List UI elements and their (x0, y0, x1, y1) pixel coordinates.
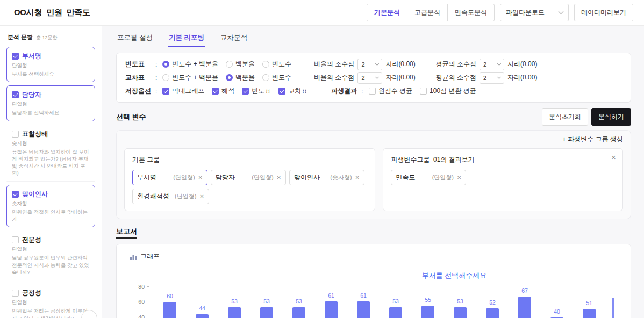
item-desc: 담당 공무원분이 업무와 관련하여 전문적인 지식과 능력을 갖고 있었습니까? (12, 254, 90, 276)
variable-chip-department[interactable]: 부서명 (단일형) ✕ (132, 170, 207, 185)
nav-tab-satisfaction-analysis[interactable]: 만족도분석 (447, 4, 494, 21)
close-icon[interactable]: ✕ (611, 154, 616, 161)
sidebar-item-fairness[interactable]: 공정성 단일형 민원업무 처리는 공정하게 이루어지고 있다고 생각하십니까? (6, 284, 95, 318)
bar: 53 (389, 298, 403, 318)
remove-icon[interactable]: ✕ (355, 175, 360, 180)
mean-decimal-select[interactable]: 2 (480, 59, 504, 70)
file-download-dropdown[interactable]: 파일다운로드 (500, 4, 569, 21)
chip-label: 담당자 (216, 173, 235, 182)
radio-count[interactable]: 빈도수 (262, 73, 291, 82)
bar: 53 (260, 298, 274, 318)
checkbox-icon[interactable] (12, 53, 19, 60)
radio-count-percent[interactable]: 빈도수 + 백분율 (162, 60, 218, 69)
radio-icon (226, 61, 233, 68)
nav-tab-basic-analysis[interactable]: 기본분석 (367, 4, 407, 21)
colon: : (155, 74, 157, 82)
ratio-decimal-select[interactable]: 2 (357, 72, 382, 84)
radio-icon (226, 74, 233, 81)
sidebar-item-staff[interactable]: 담당자 단일형 담당자를 선택하세요 (6, 85, 95, 121)
radio-count[interactable]: 빈도수 (262, 60, 291, 69)
nav-tab-advanced-analysis[interactable]: 고급분석 (407, 4, 447, 21)
checkbox-icon[interactable] (12, 191, 19, 198)
remove-icon[interactable]: ✕ (199, 193, 204, 199)
checkbox-cross-table[interactable]: 교차표 (278, 86, 307, 96)
remove-icon[interactable]: ✕ (457, 175, 461, 180)
mean-decimal-select[interactable]: 2 (480, 72, 504, 84)
header-actions: 기본분석 고급분석 만족도분석 파일다운로드 데이터미리보기 (367, 4, 633, 21)
variable-chip-greeting[interactable]: 맞이인사 (숫자형) ✕ (289, 170, 364, 185)
select-value: 2 (361, 61, 364, 68)
checkbox-icon[interactable] (12, 131, 19, 138)
item-label: 부서명 (22, 52, 41, 61)
variable-chip-satisfaction[interactable]: 만족도 (단일형) ✕ (391, 170, 466, 185)
sidebar-item-department[interactable]: 부서명 단일형 부서를 선택하세요 (6, 47, 95, 82)
radio-percent[interactable]: 백분율 (226, 73, 255, 82)
radio-percent[interactable]: 백분율 (226, 60, 255, 69)
sidebar-item-nameplate[interactable]: 표찰상태 숫자형 표찰은 담당자와 일치하여 잘 보이게 비치되고 있는가? (… (6, 125, 95, 182)
derived-group-card: 파생변수그룹_01의 결과보기 ✕ 만족도 (단일형) ✕ (383, 148, 623, 211)
chevron-down-icon (497, 62, 501, 66)
item-type: 숫자형 (12, 200, 90, 207)
checkbox-icon[interactable] (12, 91, 19, 98)
checkbox-bar-chart[interactable]: 막대그래프 (162, 86, 204, 96)
checkbox-label: 해석 (221, 86, 234, 96)
decimal-suffix: 자리(0.00) (507, 73, 537, 82)
radio-count-percent[interactable]: 빈도수 + 백분율 (162, 73, 218, 82)
cross-table-row: 교차표 : 빈도수 + 백분율 백분율 빈도수 비율의 소수점 2 (125, 71, 622, 84)
sidebar-item-greeting[interactable]: 맞이인사 숫자형 민원인을 적절한 인사로 맞이하는가 (6, 185, 95, 228)
run-analysis-button[interactable]: 분석하기 (591, 108, 631, 126)
mean-decimal-label: 평균의 소수점 (436, 73, 476, 82)
checkbox-100point-mean[interactable]: 100점 변환 평균 (420, 86, 476, 96)
bar-plot: 204060806044535353616153555352674051 (135, 284, 614, 318)
item-desc: 표찰은 담당자와 일치하여 잘 보이게 비치되고 있는가? (담당자 부재 및 … (12, 148, 90, 177)
tab-cross-analysis[interactable]: 교차분석 (219, 31, 248, 47)
question-count-badge: 총 12문항 (36, 34, 58, 41)
tab-profile-settings[interactable]: 프로필 설정 (116, 31, 154, 47)
data-preview-button[interactable]: 데이터미리보기 (574, 4, 633, 21)
ratio-decimal-select[interactable]: 2 (357, 59, 382, 70)
bar: 61 (356, 292, 370, 318)
cross-radio-group: 빈도수 + 백분율 백분율 빈도수 (162, 73, 291, 82)
bar: 52 (485, 299, 499, 318)
add-derived-group-link[interactable]: + 파생변수 그룹 생성 (124, 135, 623, 144)
derived-group-title: 파생변수그룹_01의 결과보기 (391, 155, 615, 164)
sidebar-item-expertise[interactable]: 전문성 단일형 담당 공무원분이 업무와 관련하여 전문적인 지식과 능력을 갖… (6, 230, 95, 280)
checkbox-icon (242, 88, 249, 95)
y-axis-tick: 80 (135, 284, 149, 290)
bar-value-label: 53 (263, 298, 270, 305)
y-axis-tick: 60 (135, 299, 149, 305)
reset-analysis-button[interactable]: 분석초기화 (542, 108, 588, 126)
tab-basic-reporting[interactable]: 기본 리포팅 (168, 31, 205, 47)
basic-group-card: 기본 그룹 부서명 (단일형) ✕ 담당자 (단일형) ✕ (124, 148, 375, 211)
remove-icon[interactable]: ✕ (277, 175, 281, 180)
decimal-suffix: 자리(0.00) (507, 60, 537, 69)
derived-options-group: 원점수 평균 100점 변환 평균 (369, 86, 476, 96)
checkbox-interpretation[interactable]: 해석 (212, 86, 234, 96)
variable-chip-staff[interactable]: 담당자 (단일형) ✕ (211, 170, 286, 185)
bar: 61 (324, 292, 338, 318)
checkbox-label: 100점 변환 평균 (430, 86, 476, 96)
bar-value-label: 44 (199, 305, 205, 312)
save-options-group: 막대그래프 해석 빈도표 교차표 (162, 86, 307, 96)
checkbox-raw-score-mean[interactable]: 원점수 평균 (369, 86, 412, 96)
variable-chip-environment[interactable]: 환경쾌적성 (단일형) ✕ (132, 189, 209, 204)
save-options-row: 저장옵션 : 막대그래프 해석 빈도표 교차표 (125, 84, 622, 98)
colon: : (361, 88, 363, 95)
radio-icon (162, 61, 169, 68)
derived-group-chips: 만족도 (단일형) ✕ (391, 170, 615, 185)
chip-type: (단일형) (173, 174, 195, 182)
checkbox-icon[interactable] (12, 290, 19, 297)
radio-label: 백분율 (235, 60, 255, 69)
radio-label: 백분율 (235, 73, 255, 82)
item-type: 숫자형 (12, 140, 90, 147)
checkbox-label: 막대그래프 (172, 86, 204, 96)
sidebar-title: 분석 문항 (8, 33, 33, 41)
page-title: OO시청_민원_만족도 (14, 8, 90, 18)
remove-icon[interactable]: ✕ (198, 175, 203, 180)
bar-value-label: 67 (521, 287, 528, 294)
checkbox-icon[interactable] (12, 236, 19, 243)
ratio-decimal-label: 비율의 소수점 (314, 60, 354, 69)
cross-table-label: 교차표 (125, 73, 155, 82)
checkbox-frequency-table[interactable]: 빈도표 (242, 86, 271, 96)
bar-value-label: 53 (392, 298, 399, 305)
